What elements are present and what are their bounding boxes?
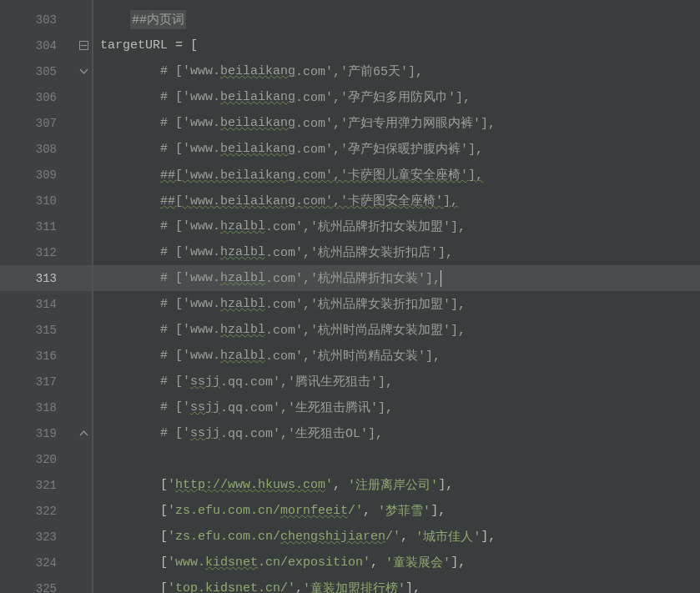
code-line[interactable]: ['top.kidsnet.cn/','童装加盟排行榜'],	[93, 575, 700, 593]
code-token: http://www.hkuws.com	[175, 478, 325, 492]
code-token: .cn/exposition'	[258, 555, 370, 570]
line-number: 323	[0, 524, 92, 550]
code-token: .com','杭州品牌折扣女装'],	[265, 270, 441, 286]
code-line[interactable]: # ['www.hzalbl.com','杭州品牌女装折扣店'],	[93, 239, 700, 265]
line-number: 324	[0, 550, 92, 575]
code-token: beilaikang	[220, 90, 295, 104]
code-line[interactable]: ['zs.efu.com.cn/chengshijiaren/', '城市佳人'…	[93, 524, 700, 550]
code-token: hzalbl	[220, 349, 265, 363]
code-token: .com','杭州品牌女装折扣店'],	[265, 244, 453, 260]
code-token: # ['www.	[160, 349, 220, 363]
code-token: ##['www.beilaikang.com','卡萨图安全座椅'],	[160, 193, 458, 209]
code-editor[interactable]: 3033043053063073083093103113123133143153…	[0, 0, 700, 593]
code-token: 'zs.efu.com.cn/	[168, 530, 280, 544]
code-token: .qq.com','生死狙击腾讯'],	[220, 400, 393, 415]
code-token: beilaikang	[220, 64, 295, 78]
code-token: [	[160, 555, 168, 570]
code-token: =	[175, 38, 190, 53]
code-token: '	[168, 478, 175, 492]
code-token: ],	[481, 530, 496, 544]
code-token: [	[160, 478, 168, 492]
code-token: ],	[438, 478, 453, 492]
code-token: '童装加盟排行榜'	[303, 580, 405, 593]
line-number: 312	[0, 239, 92, 265]
code-token: # ['www.	[160, 271, 220, 285]
code-line[interactable]: # ['www.beilaikang.com','产前65天'],	[93, 58, 700, 84]
code-token: 'zs.efu.com.cn/	[168, 504, 280, 518]
gutter: 3033043053063073083093103113123133143153…	[0, 0, 92, 593]
fold-minus-icon[interactable]	[78, 40, 89, 51]
code-token: # ['www.	[160, 219, 220, 234]
code-line[interactable]: # ['www.beilaikang.com','孕产妇多用防风巾'],	[93, 84, 700, 110]
code-line[interactable]: # ['www.hzalbl.com','杭州品牌折扣女装加盟'],	[93, 214, 700, 239]
code-token: '城市佳人'	[415, 529, 481, 545]
code-token: hzalbl	[220, 323, 265, 337]
code-token: ssjj	[190, 426, 220, 440]
line-number: 316	[0, 343, 92, 369]
code-token: ,	[400, 530, 415, 544]
code-token: '童装展会'	[385, 555, 451, 570]
line-number: 304	[0, 33, 92, 58]
code-token: ,	[295, 581, 303, 593]
line-number: 313	[0, 265, 92, 291]
line-number: 320	[0, 446, 92, 472]
code-token: ##['www.beilaikang.com','卡萨图儿童安全座椅'],	[160, 167, 483, 183]
line-number: 310	[0, 188, 92, 214]
code-token: ],	[431, 504, 446, 518]
line-number: 311	[0, 214, 92, 239]
code-token: chengshijiaren	[280, 530, 385, 544]
code-line[interactable]: # ['www.hzalbl.com','杭州品牌折扣女装'],	[93, 265, 700, 291]
code-token: .com','杭州时尚精品女装'],	[265, 348, 441, 364]
line-number: 315	[0, 317, 92, 343]
code-token: 'top.kidsnet.cn/'	[168, 581, 295, 593]
line-number: 306	[0, 84, 92, 110]
code-token: hzalbl	[220, 245, 265, 259]
code-area[interactable]: ##内页词targetURL = [ # ['www.beilaikang.co…	[93, 0, 700, 593]
code-token: # ['www.	[160, 323, 220, 337]
code-line[interactable]: ['www.kidsnet.cn/exposition', '童装展会'],	[93, 550, 700, 575]
code-token: .com','杭州品牌折扣女装加盟'],	[265, 219, 466, 234]
code-line[interactable]: ['zs.efu.com.cn/mornfeeit/', '梦菲雪'],	[93, 498, 700, 524]
code-token: hzalbl	[220, 219, 265, 234]
line-number: 314	[0, 291, 92, 317]
code-token: # ['	[160, 400, 190, 415]
code-token: # ['	[160, 426, 190, 440]
code-line[interactable]: # ['www.beilaikang.com','产妇专用弹力网眼内裤'],	[93, 110, 700, 136]
code-line[interactable]: # ['ssjj.qq.com','腾讯生死狙击'],	[93, 369, 700, 394]
code-token: # ['www.	[160, 142, 220, 156]
code-token: targetURL	[100, 38, 175, 53]
code-token: # ['www.	[160, 297, 220, 311]
code-line[interactable]: # ['www.hzalbl.com','杭州品牌女装折扣加盟'],	[93, 291, 700, 317]
code-token: ssjj	[190, 400, 220, 415]
code-line[interactable]: ##['www.beilaikang.com','卡萨图儿童安全座椅'],	[93, 162, 700, 188]
code-line[interactable]: ['http://www.hkuws.com', '注册离岸公司'],	[93, 472, 700, 498]
code-line[interactable]	[93, 446, 700, 472]
text-caret	[441, 270, 441, 287]
line-number: 307	[0, 110, 92, 136]
code-token: [	[160, 530, 168, 544]
code-line[interactable]: ##内页词	[93, 7, 700, 33]
code-line[interactable]: # ['www.beilaikang.com','孕产妇保暖护腹内裤'],	[93, 136, 700, 162]
code-token: .qq.com','生死狙击OL'],	[220, 425, 383, 441]
code-token: beilaikang	[220, 116, 295, 130]
code-line[interactable]: # ['ssjj.qq.com','生死狙击OL'],	[93, 420, 700, 446]
code-line[interactable]: # ['www.hzalbl.com','杭州时尚精品女装'],	[93, 343, 700, 369]
fold-expand-down-icon[interactable]	[78, 66, 89, 77]
code-line[interactable]: # ['www.hzalbl.com','杭州时尚品牌女装加盟'],	[93, 317, 700, 343]
code-line[interactable]: targetURL = [	[93, 33, 700, 58]
code-token: ,	[363, 504, 378, 518]
fold-collapse-up-icon[interactable]	[78, 428, 89, 439]
code-token: hzalbl	[220, 297, 265, 311]
code-token: # ['www.	[160, 64, 220, 78]
code-line[interactable]: ##['www.beilaikang.com','卡萨图安全座椅'],	[93, 188, 700, 214]
code-token: ,	[370, 555, 385, 570]
line-number: 303	[0, 7, 92, 33]
line-number: 305	[0, 58, 92, 84]
code-token: ],	[405, 581, 421, 593]
code-token: .qq.com','腾讯生死狙击'],	[220, 374, 393, 389]
line-number: 322	[0, 498, 92, 524]
code-token: [	[160, 581, 168, 593]
line-number: 319	[0, 420, 92, 446]
code-line[interactable]: # ['ssjj.qq.com','生死狙击腾讯'],	[93, 394, 700, 420]
code-token: mornfeeit	[280, 504, 348, 518]
